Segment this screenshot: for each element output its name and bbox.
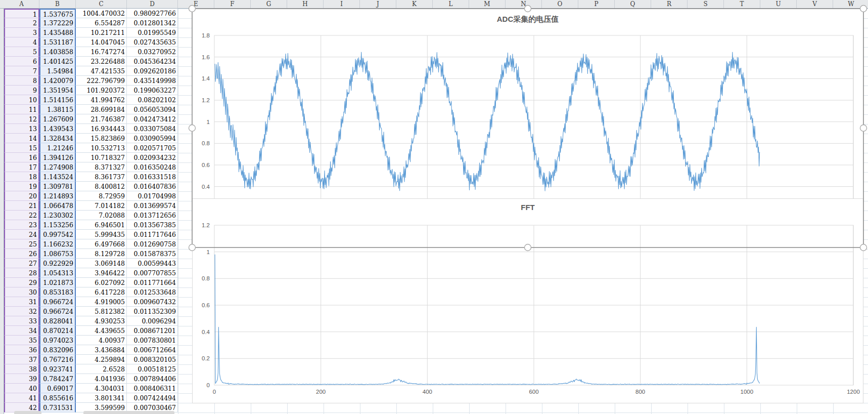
cell-c4[interactable]: 14.047045 bbox=[76, 37, 127, 47]
cell-b4[interactable]: 1.531187 bbox=[39, 37, 76, 47]
column-header-K[interactable]: K bbox=[396, 0, 433, 8]
column-header-J[interactable]: J bbox=[360, 0, 396, 8]
cell-d21[interactable]: 0.013699574 bbox=[127, 201, 178, 211]
cell-a27[interactable]: 27 bbox=[4, 259, 39, 268]
cell-c35[interactable]: 4.00937 bbox=[76, 336, 127, 345]
cell-a11[interactable]: 11 bbox=[4, 105, 39, 114]
column-header-S[interactable]: S bbox=[688, 0, 724, 8]
cell-a28[interactable]: 28 bbox=[4, 268, 39, 278]
cell-d39[interactable]: 0.007894406 bbox=[127, 374, 178, 384]
cell-c3[interactable]: 10.217211 bbox=[76, 28, 127, 37]
cell-b38[interactable]: 0.923741 bbox=[39, 364, 76, 374]
cell-d38[interactable]: 0.00518125 bbox=[127, 364, 178, 374]
cell-b24[interactable]: 0.997542 bbox=[39, 230, 76, 239]
cell-c1[interactable]: 1004.470032 bbox=[76, 9, 127, 18]
cell-d7[interactable]: 0.092620186 bbox=[127, 66, 178, 76]
cell-b2[interactable]: 1.372229 bbox=[39, 18, 76, 28]
cell-c25[interactable]: 6.497668 bbox=[76, 239, 127, 249]
cell-d29[interactable]: 0.011771664 bbox=[127, 278, 178, 287]
cell-c6[interactable]: 23.226488 bbox=[76, 57, 127, 66]
cell-d25[interactable]: 0.012690758 bbox=[127, 239, 178, 249]
cell-c37[interactable]: 4.259894 bbox=[76, 355, 127, 364]
cell-b36[interactable]: 0.832096 bbox=[39, 345, 76, 355]
cell-a30[interactable]: 30 bbox=[4, 287, 39, 297]
cell-b5[interactable]: 1.403858 bbox=[39, 47, 76, 57]
cell-d23[interactable]: 0.013567385 bbox=[127, 220, 178, 230]
cell-b26[interactable]: 1.086753 bbox=[39, 249, 76, 259]
cell-a41[interactable]: 41 bbox=[4, 393, 39, 403]
cell-c26[interactable]: 8.129728 bbox=[76, 249, 127, 259]
cell-c36[interactable]: 3.436884 bbox=[76, 345, 127, 355]
cell-a37[interactable]: 37 bbox=[4, 355, 39, 364]
cell-d26[interactable]: 0.015878375 bbox=[127, 249, 178, 259]
cell-d18[interactable]: 0.016331518 bbox=[127, 172, 178, 182]
adc-series-line[interactable] bbox=[215, 52, 760, 191]
column-header-N[interactable]: N bbox=[506, 0, 542, 8]
cell-d13[interactable]: 0.033075084 bbox=[127, 124, 178, 134]
cell-d20[interactable]: 0.01704998 bbox=[127, 191, 178, 201]
cell-b25[interactable]: 1.166232 bbox=[39, 239, 76, 249]
cell-a6[interactable]: 6 bbox=[4, 57, 39, 66]
column-header-H[interactable]: H bbox=[287, 0, 324, 8]
cell-c31[interactable]: 4.919005 bbox=[76, 297, 127, 307]
cell-c24[interactable]: 5.999435 bbox=[76, 230, 127, 239]
cell-d9[interactable]: 0.199063227 bbox=[127, 86, 178, 95]
cell-a33[interactable]: 33 bbox=[4, 316, 39, 326]
cell-c38[interactable]: 2.6528 bbox=[76, 364, 127, 374]
cell-b27[interactable]: 0.922929 bbox=[39, 259, 76, 268]
cell-d1[interactable]: 0.980927766 bbox=[127, 9, 178, 18]
cell-a4[interactable]: 4 bbox=[4, 37, 39, 47]
column-header-T[interactable]: T bbox=[724, 0, 760, 8]
cell-a23[interactable]: 23 bbox=[4, 220, 39, 230]
cell-b30[interactable]: 0.853183 bbox=[39, 287, 76, 297]
cell-d4[interactable]: 0.027435635 bbox=[127, 37, 178, 47]
cell-d33[interactable]: 0.0096294 bbox=[127, 316, 178, 326]
fft-chart-canvas[interactable]: 1.210.80.60.40.20020040060080010001200 bbox=[193, 199, 864, 404]
cell-a16[interactable]: 16 bbox=[4, 153, 39, 162]
fft-series-line[interactable] bbox=[215, 255, 760, 385]
cell-b8[interactable]: 1.420079 bbox=[39, 76, 76, 86]
cell-a36[interactable]: 36 bbox=[4, 345, 39, 355]
column-header-V[interactable]: V bbox=[797, 0, 833, 8]
cell-d32[interactable]: 0.011352309 bbox=[127, 307, 178, 316]
cell-b21[interactable]: 1.066478 bbox=[39, 201, 76, 211]
cell-d8[interactable]: 0.435149998 bbox=[127, 76, 178, 86]
cell-b3[interactable]: 1.435488 bbox=[39, 28, 76, 37]
cell-a21[interactable]: 21 bbox=[4, 201, 39, 211]
cell-c39[interactable]: 4.041936 bbox=[76, 374, 127, 384]
cell-c2[interactable]: 6.554287 bbox=[76, 18, 127, 28]
cell-d37[interactable]: 0.008320105 bbox=[127, 355, 178, 364]
cell-d2[interactable]: 0.012801342 bbox=[127, 18, 178, 28]
cell-c28[interactable]: 3.946422 bbox=[76, 268, 127, 278]
cell-c5[interactable]: 16.747274 bbox=[76, 47, 127, 57]
cell-d14[interactable]: 0.030905994 bbox=[127, 134, 178, 143]
cell-b10[interactable]: 1.514156 bbox=[39, 95, 76, 105]
cell-b35[interactable]: 0.974023 bbox=[39, 336, 76, 345]
cell-d16[interactable]: 0.020934232 bbox=[127, 153, 178, 162]
cell-c15[interactable]: 10.532713 bbox=[76, 143, 127, 153]
cell-a3[interactable]: 3 bbox=[4, 28, 39, 37]
column-header-F[interactable]: F bbox=[214, 0, 251, 8]
cell-c8[interactable]: 222.796799 bbox=[76, 76, 127, 86]
cell-b33[interactable]: 0.828041 bbox=[39, 316, 76, 326]
cell-b23[interactable]: 1.153256 bbox=[39, 220, 76, 230]
column-header-B[interactable]: B bbox=[39, 0, 76, 8]
cell-d40[interactable]: 0.008406311 bbox=[127, 384, 178, 393]
cell-d27[interactable]: 0.00599443 bbox=[127, 259, 178, 268]
cell-c18[interactable]: 8.361737 bbox=[76, 172, 127, 182]
cell-d6[interactable]: 0.045364234 bbox=[127, 57, 178, 66]
cell-b1[interactable]: 1.537675 bbox=[39, 9, 76, 18]
cell-a19[interactable]: 19 bbox=[4, 182, 39, 191]
cell-a9[interactable]: 9 bbox=[4, 86, 39, 95]
column-header-P[interactable]: P bbox=[578, 0, 615, 8]
cell-b28[interactable]: 1.054313 bbox=[39, 268, 76, 278]
cell-a31[interactable]: 31 bbox=[4, 297, 39, 307]
cell-b37[interactable]: 0.767216 bbox=[39, 355, 76, 364]
column-header-E[interactable]: E bbox=[178, 0, 214, 8]
column-header-C[interactable]: C bbox=[76, 0, 127, 8]
cell-d41[interactable]: 0.007424494 bbox=[127, 393, 178, 403]
column-header-U[interactable]: U bbox=[760, 0, 797, 8]
cell-b16[interactable]: 1.394126 bbox=[39, 153, 76, 162]
cell-a25[interactable]: 25 bbox=[4, 239, 39, 249]
cell-b39[interactable]: 0.784247 bbox=[39, 374, 76, 384]
